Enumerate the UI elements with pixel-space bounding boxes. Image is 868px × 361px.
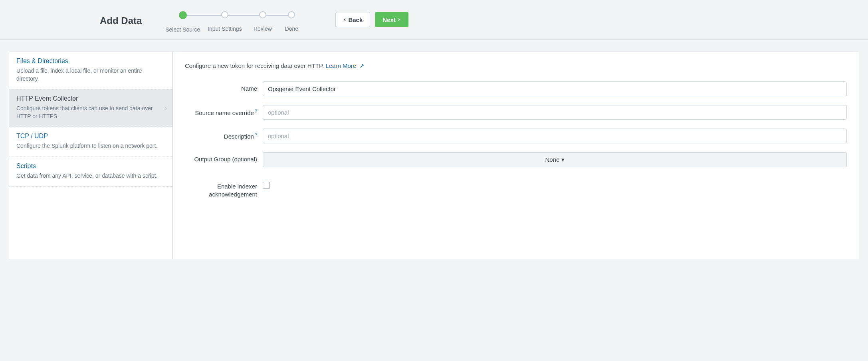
intro-text: Configure a new token for receiving data… (185, 62, 847, 69)
step-connector (183, 15, 225, 16)
page-title: Add Data (16, 8, 142, 26)
page-header: Add Data Select Source Input Settings Re… (0, 0, 868, 40)
chevron-left-icon: ‹ (343, 16, 347, 23)
step-label: Review (254, 26, 272, 38)
caret-down-icon: ▾ (561, 156, 565, 163)
form-row-name: Name (185, 81, 847, 96)
name-label: Name (185, 81, 263, 93)
sidebar-item-scripts[interactable]: Scripts Get data from any API, service, … (9, 157, 172, 187)
main-content: Files & Directories Upload a file, index… (9, 52, 859, 259)
sidebar-item-title: HTTP Event Collector (16, 95, 165, 102)
step-connector (263, 15, 291, 16)
name-input[interactable] (263, 81, 847, 96)
source-type-sidebar: Files & Directories Upload a file, index… (9, 52, 173, 259)
step-circle-icon (259, 11, 266, 18)
learn-more-link[interactable]: Learn More ↗ (325, 62, 365, 69)
form-row-description: Description? (185, 129, 847, 143)
sidebar-item-files-directories[interactable]: Files & Directories Upload a file, index… (9, 52, 172, 89)
external-link-icon: ↗ (358, 62, 365, 69)
source-override-label: Source name override? (185, 105, 263, 117)
enable-ack-label: Enable indexer acknowledgement (185, 179, 263, 199)
nav-buttons: ‹ Back Next › (335, 8, 408, 27)
next-button[interactable]: Next › (375, 12, 408, 27)
help-icon[interactable]: ? (255, 109, 257, 113)
step-label: Input Settings (208, 26, 242, 38)
description-label: Description? (185, 129, 263, 141)
sidebar-item-title: Files & Directories (16, 58, 165, 65)
step-connector (225, 15, 261, 16)
description-input[interactable] (263, 129, 847, 143)
form-row-output-group: Output Group (optional) None ▾ (185, 152, 847, 167)
sidebar-item-desc: Configure tokens that clients can use to… (16, 105, 165, 120)
sidebar-item-desc: Get data from any API, service, or datab… (16, 172, 165, 180)
output-group-select[interactable]: None ▾ (263, 152, 847, 167)
next-button-label: Next (382, 16, 396, 23)
sidebar-item-desc: Upload a file, index a local file, or mo… (16, 67, 165, 83)
sidebar-item-title: Scripts (16, 163, 165, 170)
chevron-right-icon: › (397, 16, 401, 23)
back-button[interactable]: ‹ Back (335, 12, 370, 27)
form-row-enable-ack: Enable indexer acknowledgement (185, 179, 847, 199)
description-label-text: Description (224, 133, 254, 140)
step-select-source: Select Source (162, 11, 204, 39)
sidebar-item-desc: Configure the Splunk platform to listen … (16, 142, 165, 150)
back-button-label: Back (348, 16, 363, 23)
output-group-value: None (545, 156, 559, 163)
step-label: Select Source (165, 26, 200, 39)
source-override-input[interactable] (263, 105, 847, 120)
step-circle-icon (221, 11, 228, 18)
source-override-label-text: Source name override (195, 109, 254, 116)
step-label: Done (285, 26, 298, 38)
learn-more-label: Learn More (325, 62, 356, 69)
output-group-label: Output Group (optional) (185, 152, 263, 163)
help-icon[interactable]: ? (255, 132, 257, 137)
step-indicator: Select Source Input Settings Review Done (162, 8, 303, 39)
form-panel: Configure a new token for receiving data… (173, 52, 859, 259)
intro-text-body: Configure a new token for receiving data… (185, 62, 324, 69)
form-row-source-override: Source name override? (185, 105, 847, 120)
sidebar-item-tcp-udp[interactable]: TCP / UDP Configure the Splunk platform … (9, 127, 172, 157)
chevron-right-icon: › (164, 103, 167, 113)
step-circle-icon (179, 11, 187, 19)
step-circle-icon (288, 11, 295, 18)
sidebar-item-title: TCP / UDP (16, 133, 165, 140)
enable-ack-checkbox[interactable] (263, 182, 270, 189)
sidebar-item-http-event-collector[interactable]: HTTP Event Collector Configure tokens th… (9, 89, 172, 127)
